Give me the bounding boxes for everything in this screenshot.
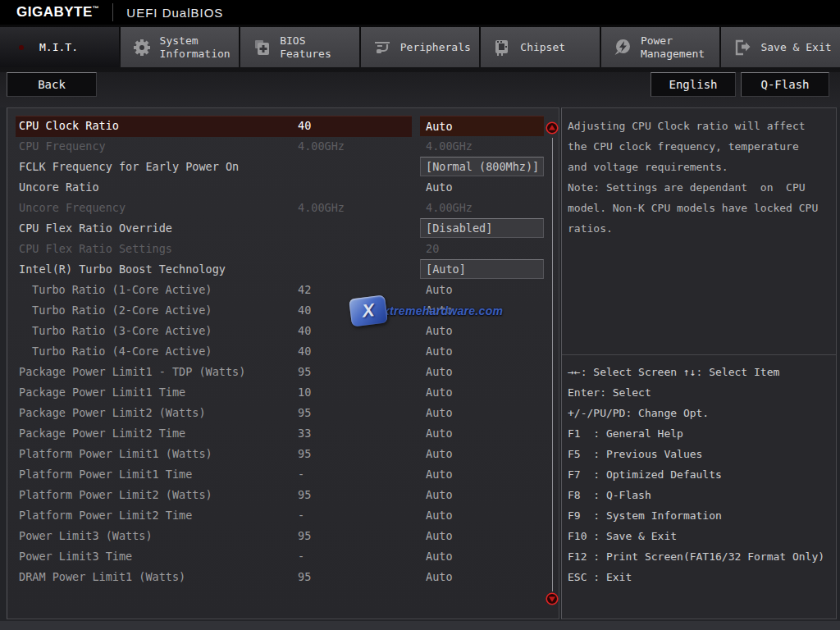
settings-row[interactable]: FCLK Frequency for Early Power On [Norma… [7,157,559,177]
trademark-symbol: ™ [93,5,100,12]
setting-value: 42 [298,280,311,300]
key-legend-line: F9 : System Information [568,505,834,526]
chipset-icon [492,38,512,57]
setting-label: CPU Flex Ratio Settings [19,239,172,259]
topbar-divider [112,3,113,21]
bios-chip-icon [252,38,272,57]
setting-option: Auto [420,300,544,321]
setting-option: 4.00GHz [420,136,544,157]
tab-power-management[interactable]: Power Management [601,27,720,67]
settings-row[interactable]: Power Limit3 (Watts) 95 Auto [7,526,559,546]
scroll-up-icon[interactable] [546,121,559,135]
settings-row[interactable]: Uncore Ratio Auto [7,177,559,198]
settings-row[interactable]: Turbo Ratio (3-Core Active) 40 Auto [7,321,559,341]
settings-row[interactable]: Power Limit3 Time - Auto [7,546,559,567]
help-line: and voltage requirements. [568,157,833,177]
tab-bar: M.I.T. System Information [0,25,840,72]
key-legend-line: F12 : Print Screen(FAT16/32 Format Only) [568,546,834,567]
settings-row[interactable]: CPU Flex Ratio Override [Disabled] [7,218,559,239]
settings-row[interactable]: Turbo Ratio (1-Core Active) 42 Auto [7,280,559,300]
settings-row[interactable]: CPU Clock Ratio 40 Auto [7,116,559,136]
setting-option: [Disabled] [420,218,544,238]
gigabyte-logo: GIGABYTE™ [16,4,99,21]
settings-row[interactable]: DRAM Power Limit1 (Watts) 95 Auto [7,567,559,587]
settings-row[interactable]: Turbo Ratio (4-Core Active) 40 Auto [7,341,559,362]
settings-row[interactable]: Platform Power Limit2 Time - Auto [7,505,559,526]
setting-value: 40 [298,321,311,341]
setting-value: 95 [298,485,311,505]
setting-option: Auto [420,505,544,526]
setting-label: Uncore Ratio [19,177,99,198]
setting-option: Auto [420,423,544,444]
scrollbar-track[interactable] [552,138,553,591]
setting-value: 95 [298,567,311,587]
settings-row[interactable]: Platform Power Limit1 Time - Auto [7,464,559,485]
help-text: Adjusting CPU Clock ratio will affectthe… [568,116,833,239]
tab-system-information[interactable]: System Information [121,27,240,67]
settings-row[interactable]: Platform Power Limit2 (Watts) 95 Auto [7,485,559,505]
settings-panel: CPU Clock Ratio 40 Auto CPU Frequency 4.… [7,107,559,619]
settings-row[interactable]: Package Power Limit2 Time 33 Auto [7,423,559,444]
setting-label: Turbo Ratio (3-Core Active) [32,321,212,341]
back-button[interactable]: Back [7,72,97,97]
setting-option: [Auto] [420,259,544,279]
setting-value: - [298,464,304,485]
key-legend-line: F10 : Save & Exit [568,526,834,546]
tab-chipset[interactable]: Chipset [481,27,600,67]
setting-value: 95 [298,403,311,423]
help-line: the CPU clock frequency, temperature [568,136,833,157]
key-legend-line: →←: Select Screen ↑↓: Select Item [568,362,834,382]
setting-option: Auto [420,382,544,403]
setting-value: 40 [298,300,311,321]
tab-peripherals[interactable]: Peripherals [361,27,480,67]
setting-value: 4.00GHz [298,136,345,157]
setting-option: Auto [420,526,544,546]
setting-label: Package Power Limit1 - TDP (Watts) [19,362,245,382]
setting-label: Package Power Limit1 Time [19,382,185,403]
settings-row[interactable]: Package Power Limit1 - TDP (Watts) 95 Au… [7,362,559,382]
settings-row[interactable]: Turbo Ratio (2-Core Active) 40 Auto [7,300,559,321]
key-legend-line: F8 : Q-Flash [568,485,834,505]
setting-value: 40 [298,116,311,136]
tab-save-exit[interactable]: Save & Exit [721,27,840,67]
setting-value: 95 [298,362,311,382]
setting-option: [Normal (800Mhz)] [420,157,544,176]
setting-label: CPU Clock Ratio [19,116,119,136]
tab-bios-features[interactable]: BIOS Features [240,27,359,67]
top-bar: GIGABYTE™ UEFI DualBIOS [0,0,840,25]
setting-value: 33 [298,423,311,444]
setting-label: Platform Power Limit2 Time [19,505,192,526]
setting-label: Power Limit3 Time [19,546,132,567]
setting-label: DRAM Power Limit1 (Watts) [19,567,185,587]
language-button[interactable]: English [651,72,736,97]
key-legend-line: Enter: Select [568,382,834,403]
tab-mit[interactable]: M.I.T. [0,27,119,67]
setting-option: Auto [420,403,544,423]
key-legend-line: F1 : General Help [568,423,834,444]
settings-row[interactable]: Intel(R) Turbo Boost Technology [Auto] [7,259,559,280]
setting-label: Platform Power Limit2 (Watts) [19,485,212,505]
settings-row[interactable]: CPU Flex Ratio Settings 20 [7,239,559,259]
setting-option: Auto [420,321,544,341]
help-line: ratios. [568,218,833,239]
settings-row[interactable]: Package Power Limit1 Time 10 Auto [7,382,559,403]
setting-option: Auto [420,341,544,362]
qflash-button[interactable]: Q-Flash [741,72,829,97]
scroll-down-icon[interactable] [546,592,559,605]
setting-label: Turbo Ratio (2-Core Active) [32,300,212,321]
setting-label: FCLK Frequency for Early Power On [19,157,239,177]
help-line: Note: Settings are dependant on CPU [568,177,833,198]
setting-label: Platform Power Limit1 Time [19,464,192,485]
settings-row[interactable]: Platform Power Limit1 (Watts) 95 Auto [7,444,559,464]
settings-row[interactable]: CPU Frequency 4.00GHz 4.00GHz [7,136,559,157]
setting-label: CPU Frequency [19,136,106,157]
setting-option: 20 [420,239,544,259]
setting-value: 4.00GHz [298,198,345,218]
gear-icon [132,38,152,57]
settings-row[interactable]: Uncore Frequency 4.00GHz 4.00GHz [7,198,559,218]
setting-option: Auto [420,116,544,136]
bottom-strip [0,621,840,630]
setting-option: Auto [420,280,544,300]
setting-label: Uncore Frequency [19,198,126,218]
settings-row[interactable]: Package Power Limit2 (Watts) 95 Auto [7,403,559,423]
